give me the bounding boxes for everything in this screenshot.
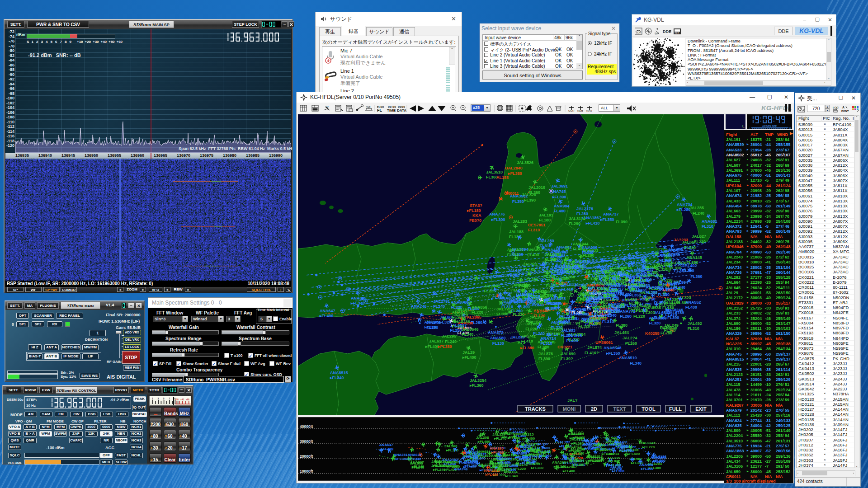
svg-text:NAU: NAU (586, 109, 592, 112)
svg-text:TEXT: TEXT (613, 406, 626, 412)
svg-text:JAL876: JAL876 (538, 352, 553, 356)
svg-text:CES7051: CES7051 (528, 223, 546, 227)
svg-text:JAL213: JAL213 (606, 452, 619, 456)
svg-text:JAL285: JAL285 (689, 206, 704, 210)
svg-text:FL400: FL400 (527, 253, 539, 257)
svg-text:ANA8236: ANA8236 (452, 319, 470, 324)
svg-text:FL390: FL390 (625, 287, 637, 291)
svg-text:ANA8485: ANA8485 (662, 300, 680, 305)
svg-text:JAL3254: JAL3254 (470, 378, 486, 383)
svg-text:JAL6789: JAL6789 (667, 310, 684, 315)
svg-text:FL410: FL410 (561, 287, 573, 291)
svg-text:▸FL380: ▸FL380 (571, 463, 585, 467)
svg-text:FL340: FL340 (462, 332, 473, 337)
svg-text:▸FL400: ▸FL400 (562, 469, 576, 473)
svg-text:JAL478: JAL478 (578, 319, 593, 324)
svg-text:▸FL400: ▸FL400 (381, 447, 394, 451)
svg-text:▸FL400: ▸FL400 (485, 473, 498, 477)
svg-text:FL220: FL220 (513, 312, 524, 317)
svg-text:FL120: FL120 (452, 324, 464, 329)
svg-text:▸FL400: ▸FL400 (425, 344, 439, 349)
svg-text:KKA: KKA (472, 213, 481, 218)
svg-text:FL240: FL240 (533, 331, 545, 336)
svg-text:JAL191: JAL191 (539, 213, 553, 217)
svg-text:▸FL360: ▸FL360 (478, 454, 491, 458)
svg-text:ANA746: ANA746 (411, 304, 427, 309)
svg-text:FL410?: FL410? (585, 351, 599, 355)
svg-text:▸FL350: ▸FL350 (600, 217, 614, 222)
svg-text:JAL107: JAL107 (508, 268, 522, 273)
svg-text:▸FL240: ▸FL240 (494, 436, 507, 441)
svg-text:ANA737: ANA737 (603, 212, 619, 216)
svg-text:FL310: FL310 (540, 341, 552, 346)
svg-text:ANA8510: ANA8510 (619, 356, 637, 360)
svg-text:FL390: FL390 (518, 305, 530, 309)
svg-text:FL220: FL220 (491, 274, 502, 278)
svg-text:ANA337: ANA337 (410, 460, 424, 465)
svg-text:TRACKS: TRACKS (525, 406, 546, 412)
svg-text:FL320: FL320 (550, 288, 562, 292)
svg-text:EXIT: EXIT (695, 406, 707, 412)
svg-text:FL340: FL340 (605, 313, 617, 318)
svg-text:ANA776: ANA776 (489, 212, 505, 216)
svg-text:FL310: FL310 (528, 228, 540, 232)
svg-text:JAL2010: JAL2010 (528, 185, 545, 190)
svg-text:▸FL400: ▸FL400 (627, 452, 640, 456)
svg-text:FL260: FL260 (625, 341, 637, 346)
svg-text:NDB: NDB (366, 105, 371, 108)
svg-text:FULL: FULL (669, 406, 682, 412)
svg-text:▸FL240: ▸FL240 (411, 465, 425, 469)
svg-text:FL380: FL380 (686, 260, 698, 265)
svg-text:FL240: FL240 (693, 211, 704, 216)
svg-text:JAL323: JAL323 (677, 296, 691, 300)
svg-text:TIME: TIME (387, 108, 396, 113)
svg-text:JAL3691: JAL3691 (551, 184, 568, 188)
svg-text:FL: FL (377, 108, 382, 113)
svg-text:UPS6061: UPS6061 (595, 340, 613, 345)
svg-text:JAL?: JAL? (567, 398, 578, 403)
svg-text:▸FL400: ▸FL400 (319, 314, 334, 318)
svg-text:JAL6936: JAL6936 (431, 460, 446, 464)
svg-text:JAL188: JAL188 (509, 230, 524, 234)
svg-text:JAL6845: JAL6845 (641, 441, 656, 445)
svg-text:▸FL240: ▸FL240 (446, 448, 459, 452)
svg-text:FL380: FL380 (563, 275, 575, 279)
svg-text:ANA8548: ANA8548 (604, 346, 622, 350)
svg-text:FL240: FL240 (433, 304, 445, 309)
svg-text:FL220: FL220 (582, 250, 594, 255)
svg-text:ANA909: ANA909 (582, 245, 598, 250)
svg-text:FL390: FL390 (667, 315, 679, 320)
svg-text:+40: +40 (180, 399, 184, 401)
svg-text:FL260: FL260 (508, 273, 519, 278)
svg-text:JAL6746: JAL6746 (523, 455, 538, 459)
svg-text:FL180: FL180 (664, 328, 676, 333)
svg-text:JAL227: JAL227 (603, 288, 618, 293)
svg-text:FL310: FL310 (609, 277, 621, 281)
svg-text:▸FL340: ▸FL340 (330, 375, 344, 380)
svg-text:FL290: FL290 (569, 221, 580, 226)
svg-text:FL310: FL310 (702, 224, 713, 229)
svg-text:FL360: FL360 (575, 283, 587, 287)
svg-text:STA3?: STA3? (470, 203, 482, 208)
svg-text:▸FL260: ▸FL260 (619, 448, 632, 452)
svg-text:7: 7 (169, 397, 170, 400)
svg-text:ANA746: ANA746 (454, 467, 468, 471)
svg-text:▸FL380: ▸FL380 (531, 466, 544, 470)
svg-text:ANA145: ANA145 (686, 255, 702, 260)
svg-text:ANA8569: ANA8569 (628, 256, 646, 260)
svg-text:▸FL340: ▸FL340 (505, 474, 518, 478)
svg-text:▸FL180: ▸FL180 (467, 208, 481, 213)
svg-text:ANA714: ANA714 (540, 336, 556, 341)
svg-text:▸FL220: ▸FL220 (588, 459, 601, 463)
svg-text:JAL479: JAL479 (636, 303, 651, 308)
svg-text:▸FL400: ▸FL400 (477, 440, 491, 444)
svg-text:ANA8389: ANA8389 (649, 316, 667, 320)
svg-text:JAL263: JAL263 (431, 464, 444, 468)
svg-text:FL220: FL220 (609, 309, 620, 314)
svg-text:ANA635: ANA635 (351, 296, 367, 300)
svg-text:ANA8812: ANA8812 (598, 282, 616, 286)
svg-text:▸FL300: ▸FL300 (612, 469, 625, 473)
svg-text:ANA860: ANA860 (490, 446, 504, 450)
svg-text:FL390: FL390 (496, 312, 508, 316)
svg-text:JA?233: JA?233 (674, 238, 688, 242)
